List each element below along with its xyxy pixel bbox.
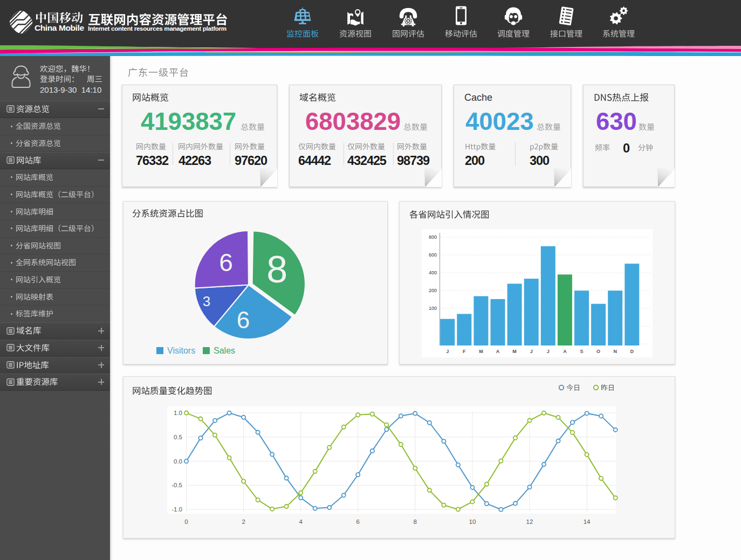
svg-text:64442: 64442 [298,154,331,168]
svg-text:98739: 98739 [397,154,430,168]
svg-text:400: 400 [429,270,437,275]
svg-text:76332: 76332 [136,154,169,168]
svg-text:O: O [596,349,600,354]
svg-text:0: 0 [623,141,630,155]
svg-text:0.5: 0.5 [174,434,182,440]
svg-text:M: M [479,349,483,354]
svg-text:6803829: 6803829 [305,108,401,135]
svg-text:0: 0 [184,518,188,525]
svg-text:2: 2 [242,518,245,525]
svg-text:J: J [446,349,449,354]
svg-text:200: 200 [429,288,437,293]
svg-text:97620: 97620 [235,154,267,168]
svg-text:Visitors: Visitors [167,346,195,355]
svg-text:8: 8 [266,248,287,291]
svg-text:432425: 432425 [347,154,387,168]
svg-text:N: N [613,349,617,354]
svg-text:A: A [563,349,567,354]
svg-text:600: 600 [429,252,437,258]
svg-text:6: 6 [219,248,233,276]
svg-text:-0.5: -0.5 [171,482,182,488]
svg-text:10: 10 [469,518,476,525]
svg-text:4193837: 4193837 [141,108,236,135]
svg-text:6: 6 [237,307,250,333]
svg-text:Sales: Sales [214,346,235,355]
svg-text:8: 8 [414,518,417,525]
svg-text:6: 6 [356,518,359,525]
svg-text:D: D [630,349,634,354]
svg-text:4: 4 [299,518,303,525]
svg-text:-1.0: -1.0 [171,506,182,513]
svg-text:F: F [463,349,466,354]
svg-text:100: 100 [429,306,437,311]
svg-text:300: 300 [530,154,550,168]
svg-text:J: J [547,349,550,354]
svg-text:800: 800 [429,234,437,240]
svg-text:14: 14 [584,518,591,525]
svg-text:M: M [512,349,517,354]
svg-text:42263: 42263 [179,154,211,168]
svg-text:A: A [496,349,500,354]
svg-text:200: 200 [465,154,485,168]
svg-text:S: S [580,349,583,354]
svg-text:630: 630 [596,108,637,135]
svg-text:0.0: 0.0 [174,458,182,465]
svg-text:1.0: 1.0 [174,410,182,416]
svg-text:J: J [530,349,533,354]
svg-text:3: 3 [203,293,210,309]
svg-text:40023: 40023 [465,108,534,135]
svg-text:12: 12 [526,518,533,525]
